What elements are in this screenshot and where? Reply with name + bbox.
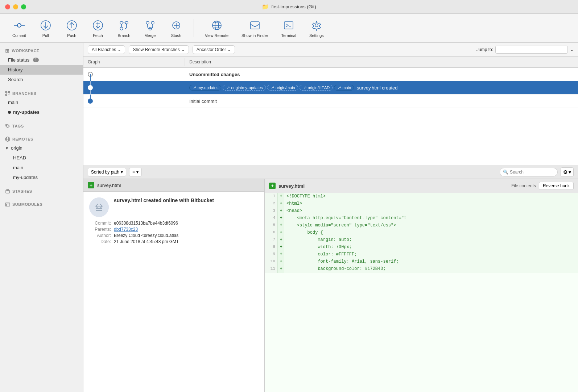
gear-chevron: ▾: [569, 169, 571, 175]
workspace-section: ⊞ WORKSPACE File status 1 History Search: [0, 43, 83, 86]
jump-to-input[interactable]: [495, 46, 568, 54]
sidebar-item-file-status[interactable]: File status 1: [0, 55, 83, 65]
terminal-button[interactable]: Terminal: [276, 17, 301, 40]
sidebar-item-origin[interactable]: ▾ origin: [0, 143, 83, 153]
branch-icon: ⎇: [192, 86, 197, 90]
stashes-header: STASHES: [0, 187, 83, 195]
close-button[interactable]: [5, 4, 10, 9]
diff-line-num: 11: [265, 266, 278, 273]
lines-view-button[interactable]: ≡ ▾: [129, 168, 142, 176]
uncommitted-text: Uncommitted changes: [189, 72, 240, 77]
branch-tag-origin-main[interactable]: ⎇ origin/main: [267, 85, 298, 91]
svg-rect-43: [89, 197, 109, 217]
diff-line-num: 7: [265, 237, 278, 244]
commit-desc-selected: survey.html created: [357, 85, 397, 91]
gear-settings-button[interactable]: ⚙ ▾: [561, 167, 574, 177]
push-icon: [65, 19, 78, 32]
push-label: Push: [67, 33, 76, 38]
view-options[interactable]: ≡ ▾: [129, 168, 142, 176]
sidebar-item-branch-my-updates[interactable]: my-updates: [0, 107, 83, 117]
reverse-hunk-label: Reverse hunk: [543, 183, 570, 188]
diff-line-marker: +: [278, 215, 284, 222]
terminal-icon: [282, 19, 295, 32]
diff-line-marker: +: [278, 222, 284, 229]
diff-line-marker: +: [278, 208, 284, 215]
stash-button[interactable]: Stash: [165, 17, 188, 40]
sidebar-item-branch-main[interactable]: main: [0, 97, 83, 107]
diff-line-num: 1: [265, 193, 278, 200]
graph-area: Graph Description Uncommitted changes: [83, 57, 578, 165]
commit-hash: e06308d31513ba7be44b3df6096: [114, 221, 178, 226]
maximize-button[interactable]: [21, 4, 26, 9]
parent-hash-link[interactable]: dbd7733c23: [114, 227, 138, 232]
bottom-search-input[interactable]: [510, 170, 553, 175]
sort-by-path-button[interactable]: Sorted by path ▾: [88, 168, 126, 176]
all-branches-dropdown[interactable]: All Branches ⌄: [88, 45, 125, 54]
diff-line-marker: +: [278, 251, 284, 258]
file-list-panel: + survey.html: [83, 179, 265, 392]
sidebar-item-remote-main[interactable]: main: [0, 163, 83, 172]
sort-label: Sorted by path: [91, 170, 119, 175]
reverse-hunk-button[interactable]: Reverse hunk: [539, 182, 574, 190]
sidebar-item-remote-my-updates[interactable]: my-updates: [0, 172, 83, 182]
parents-label: Parents:: [89, 227, 111, 232]
diff-line-num: 4: [265, 215, 278, 222]
graph-row-initial[interactable]: Initial commit: [83, 95, 578, 108]
branch-tag-origin-head[interactable]: ⎇ origin/HEAD: [300, 85, 333, 91]
show-remote-dropdown[interactable]: Show Remote Branches ⌄: [129, 45, 189, 54]
svg-rect-26: [251, 22, 259, 29]
sidebar-item-search[interactable]: Search: [0, 75, 83, 84]
branches-header: BRANCHES: [0, 89, 83, 97]
commit-dot-selected: [88, 85, 93, 90]
merge-button[interactable]: Merge: [139, 17, 162, 40]
ancestor-order-dropdown[interactable]: Ancestor Order ⌄: [193, 45, 235, 54]
svg-point-30: [5, 91, 7, 93]
svg-point-11: [120, 21, 123, 24]
bottom-search-box[interactable]: 🔍: [500, 168, 558, 176]
chevron-icon: ⌄: [227, 47, 231, 52]
diff-header: + survey.html File contents Reverse hunk: [265, 179, 578, 193]
lines-icon: ≡: [132, 170, 135, 175]
diff-line: 9 + color: #FFFFFF;: [265, 251, 578, 258]
history-label: History: [8, 67, 22, 72]
graph-row-uncommitted[interactable]: Uncommitted changes: [83, 68, 578, 81]
file-item-survey-html[interactable]: + survey.html: [83, 179, 264, 192]
window-controls[interactable]: [5, 4, 26, 9]
workspace-label: WORKSPACE: [12, 49, 40, 53]
commit-hash-label: Commit:: [89, 221, 111, 226]
remotes-header: REMOTES: [0, 135, 83, 143]
pull-button[interactable]: Pull: [34, 17, 57, 40]
remotes-icon: [5, 137, 10, 142]
diff-line-code: <style media="screen" type="text/css">: [284, 222, 578, 229]
diff-line-num: 9: [265, 251, 278, 258]
diff-line-num: 3: [265, 208, 278, 215]
push-button[interactable]: Push: [60, 17, 83, 40]
diff-line-code: background-color: #172B4D;: [284, 266, 578, 273]
branch-tag-main[interactable]: ⎇ main: [334, 85, 354, 91]
fetch-button[interactable]: Fetch: [86, 17, 110, 40]
settings-button[interactable]: Settings: [304, 17, 329, 40]
stashes-section: STASHES: [0, 184, 83, 197]
branch-tag-my-updates[interactable]: ⎇ my-updates: [189, 85, 221, 91]
author-value: Breezy Cloud <breezy.cloud.atlas: [114, 233, 178, 238]
diff-line: 5 + <style media="screen" type="text/css…: [265, 222, 578, 229]
initial-commit-text: Initial commit: [189, 99, 217, 104]
graph-row-selected[interactable]: ⎇ my-updates ⎇ origin/my-updates ⎇ origi…: [83, 81, 578, 95]
branch-tag-origin-my-updates[interactable]: ⎇ origin/my-updates: [223, 85, 265, 91]
sidebar-item-remote-head[interactable]: HEAD: [0, 153, 83, 163]
diff-line-code: width: 700px;: [284, 244, 578, 251]
branch-button[interactable]: Branch: [112, 17, 136, 40]
show-in-finder-button[interactable]: Show in Finder: [236, 17, 273, 40]
chevron-icon: ⌄: [117, 47, 121, 52]
terminal-label: Terminal: [281, 33, 296, 38]
avatar: [89, 197, 109, 217]
minimize-button[interactable]: [13, 4, 18, 9]
commit-button[interactable]: Commit: [7, 17, 31, 40]
branch-main-label: main: [8, 100, 18, 105]
view-remote-button[interactable]: View Remote: [200, 17, 234, 40]
meta-row-commit: Commit: e06308d31513ba7be44b3df6096: [89, 221, 259, 226]
diff-line-marker: +: [278, 258, 284, 266]
diff-file-name: survey.html: [278, 183, 305, 189]
meta-row-parents: Parents: dbd7733c23: [89, 227, 259, 232]
sidebar-item-history[interactable]: History: [0, 65, 83, 75]
